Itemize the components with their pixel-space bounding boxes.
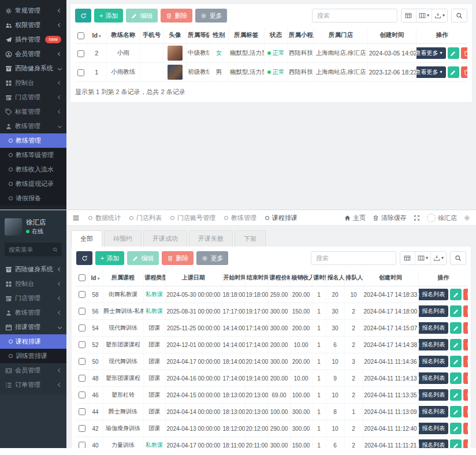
refresh-button[interactable] — [76, 251, 92, 265]
more-button[interactable]: 更多 — [196, 251, 228, 265]
delete-row-button[interactable] — [463, 289, 468, 300]
search-submit-button[interactable] — [451, 9, 467, 23]
row-checkbox[interactable] — [79, 325, 85, 331]
row-checkbox[interactable] — [79, 358, 85, 365]
search-input[interactable] — [311, 251, 396, 265]
home-link[interactable]: 主页 — [344, 214, 366, 222]
signup-list-button[interactable]: 报名列表 — [418, 356, 448, 367]
signup-list-button[interactable]: 报名列表 — [418, 406, 448, 417]
sidebar-item-coach-levels[interactable]: 教练等级管理 — [0, 148, 66, 162]
delete-row-button[interactable] — [463, 406, 468, 417]
fullscreen-button[interactable] — [414, 215, 420, 221]
sidebar-item-stores[interactable]: 门店管理 — [0, 90, 66, 105]
col-id[interactable]: Id▾ — [88, 270, 103, 286]
edit-row-button[interactable] — [450, 356, 462, 367]
tab-data-stats[interactable]: 数据统计 — [88, 214, 121, 222]
sidebar-item-coaches[interactable]: 教练管理 — [0, 119, 66, 133]
edit-row-button[interactable] — [450, 289, 462, 300]
signup-list-button[interactable]: 报名列表 — [418, 339, 448, 350]
signup-list-button[interactable]: 报名列表 — [418, 372, 448, 384]
edit-button[interactable]: 编辑 — [127, 251, 159, 265]
select-all-checkbox[interactable] — [79, 274, 85, 281]
edit-button[interactable]: 编辑 — [126, 9, 158, 23]
filter-tab-offline[interactable]: 下架 — [235, 230, 266, 247]
delete-row-button[interactable] — [463, 356, 468, 367]
signup-list-button[interactable]: 报名列表 — [418, 423, 448, 434]
settings-button[interactable] — [464, 215, 470, 221]
clear-cache-link[interactable]: 清除缓存 — [373, 214, 407, 222]
signup-list-button[interactable]: 报名列表 — [418, 305, 448, 317]
delete-row-button[interactable] — [463, 372, 468, 384]
delete-row-button[interactable] — [463, 439, 468, 448]
sidebar-item-coach-income[interactable]: 教练收入流水 — [0, 162, 66, 177]
sidebar-item-course-scheduling[interactable]: 课程排课 — [0, 334, 66, 349]
signup-list-button[interactable]: 报名列表 — [418, 439, 448, 448]
search-submit-button[interactable] — [450, 251, 466, 265]
search-input[interactable] — [312, 9, 397, 23]
sidebar-item-members[interactable]: 会员管理 — [0, 47, 66, 61]
sidebar-item-members[interactable]: 会员管理 — [0, 363, 66, 378]
menu-toggle-button[interactable] — [72, 214, 80, 222]
add-button[interactable]: +添加 — [95, 251, 124, 265]
tab-store-accounts[interactable]: 门店账号管理 — [170, 214, 215, 222]
filter-tab-all[interactable]: 全部 — [71, 230, 102, 247]
delete-button[interactable]: 删除 — [162, 251, 194, 265]
delete-row-button[interactable] — [463, 322, 468, 334]
table-view-button[interactable] — [401, 9, 416, 22]
sidebar-item-permissions[interactable]: 权限管理 — [0, 18, 66, 32]
columns-toggle-button[interactable]: ▾ — [416, 9, 432, 22]
select-all-checkbox[interactable] — [77, 32, 84, 39]
edit-row-button[interactable] — [450, 423, 462, 434]
export-button[interactable]: ▾ — [431, 252, 446, 264]
refresh-button[interactable] — [75, 9, 91, 23]
sidebar-item-console[interactable]: 控制台 — [0, 277, 66, 291]
signup-list-button[interactable]: 报名列表 — [418, 289, 448, 300]
user-profile[interactable]: 徐汇店 在线 — [0, 210, 66, 241]
delete-row-button[interactable] — [461, 47, 467, 59]
edit-row-button[interactable] — [450, 339, 462, 350]
sidebar-item-camp-scheduling[interactable]: 训练营排课 — [0, 349, 66, 363]
delete-row-button[interactable] — [463, 305, 468, 317]
user-menu[interactable]: 徐汇店 — [427, 214, 457, 222]
row-checkbox[interactable] — [79, 442, 85, 448]
export-button[interactable]: ▾ — [432, 9, 447, 22]
col-id[interactable]: Id▾ — [87, 27, 106, 44]
add-button[interactable]: +添加 — [94, 9, 123, 23]
table-view-button[interactable] — [400, 252, 415, 264]
sidebar-item-orders[interactable]: 订单管理 — [0, 378, 66, 392]
edit-row-button[interactable] — [450, 322, 462, 334]
sidebar-item-leave-requests[interactable]: 请假报备 — [0, 191, 66, 206]
columns-toggle-button[interactable]: ▾ — [415, 252, 431, 264]
signup-list-button[interactable]: 报名列表 — [418, 389, 448, 401]
edit-row-button[interactable] — [450, 406, 462, 417]
sidebar-item-tags[interactable]: 标签管理 — [0, 105, 66, 119]
col-signups[interactable]: 报名人数⇅ — [326, 270, 344, 286]
sidebar-item-scheduling[interactable]: 排课管理 — [0, 320, 66, 334]
sidebar-item-coach-withdrawals[interactable]: 教练提现记录 — [0, 177, 66, 191]
row-checkbox[interactable] — [79, 341, 85, 348]
tab-coach-management[interactable]: 教练管理 — [224, 214, 256, 222]
delete-button[interactable]: 删除 — [161, 9, 192, 23]
delete-row-button[interactable] — [463, 389, 468, 401]
row-checkbox[interactable] — [79, 425, 85, 432]
edit-row-button[interactable] — [448, 66, 459, 78]
sidebar-item-fitness-system[interactable]: 西陆健身系统 — [0, 61, 66, 76]
edit-row-button[interactable] — [450, 305, 462, 317]
filter-tab-success[interactable]: 开课成功 — [143, 230, 187, 247]
row-checkbox[interactable] — [79, 408, 85, 415]
sidebar-item-coaches[interactable]: 教练管理 — [0, 305, 66, 320]
sidebar-item-fitness-system[interactable]: 西陆健身系统 — [0, 262, 66, 277]
edit-row-button[interactable] — [450, 372, 462, 384]
sidebar-item-plugins[interactable]: 插件管理 new — [0, 32, 66, 47]
signup-list-button[interactable]: 报名列表 — [418, 322, 448, 334]
menu-search-input[interactable] — [9, 246, 50, 253]
tab-course-scheduling[interactable]: 课程排课 — [265, 214, 298, 222]
more-button[interactable]: 更多 — [195, 9, 227, 23]
row-checkbox[interactable] — [79, 375, 85, 382]
row-checkbox[interactable] — [79, 308, 85, 315]
edit-row-button[interactable] — [450, 389, 462, 401]
row-checkbox[interactable] — [77, 69, 84, 76]
edit-row-button[interactable] — [450, 439, 462, 448]
sidebar-item-stores[interactable]: 门店管理 — [0, 291, 66, 305]
col-queue[interactable]: 排队人数⇅ — [344, 270, 363, 286]
